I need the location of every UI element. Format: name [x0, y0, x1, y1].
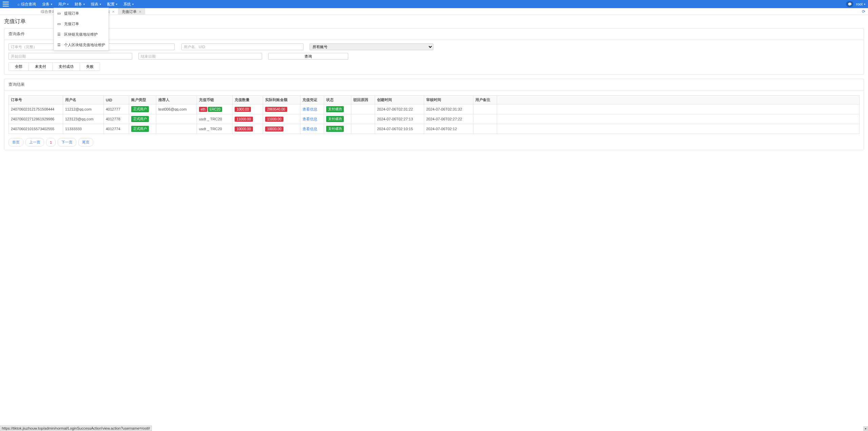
voucher-link[interactable]: 查看信息 [302, 127, 317, 131]
chain-erc-badge: ERC20 [208, 107, 222, 112]
cell-chain: ethERC20 [197, 104, 233, 114]
list-icon: ☰ [57, 32, 61, 37]
cell-actual: 2869540.00 [263, 104, 300, 114]
user-menu[interactable]: root ▾ [856, 2, 865, 6]
card-icon: ▭ [57, 11, 61, 16]
actual-badge: 11000.00 [265, 117, 283, 122]
col-uid: UID [104, 96, 129, 104]
page-prev[interactable]: 上一页 [25, 138, 44, 146]
col-reject: 驳回原因 [351, 96, 375, 104]
cell-reviewed: 2024-07-06T02:12 [424, 124, 473, 134]
col-order-no: 订单号 [9, 96, 63, 104]
nav-home-label: 综合查询 [21, 2, 36, 7]
results-panel: 查询结果 订单号 用户名 UID 账户类型 推荐人 充值币链 充值数量 实际到账… [4, 79, 864, 150]
cell-voucher: 查看信息 [300, 114, 324, 124]
cell-created: 2024-07-06T02:31:22 [375, 104, 424, 114]
cell-actions [497, 104, 860, 114]
table-row: 240706022712861929986 123123@qq.com 4012… [9, 114, 860, 124]
nav-business[interactable]: 业务 ▾ [39, 0, 55, 8]
cell-referrer: test006@qq.com [156, 104, 197, 114]
voucher-link[interactable]: 查看信息 [302, 117, 317, 121]
cell-referrer [156, 124, 197, 134]
search-panel: 查询条件 所有账号 查询 全部 未支付 支付成功 失败 [4, 28, 864, 75]
dropdown-withdraw-order[interactable]: ▭ 提现订单 [54, 8, 108, 19]
dropdown-personal-blockchain-address[interactable]: ☰ 个人区块链充值地址维护 [54, 40, 108, 50]
user-uid-input[interactable] [181, 43, 303, 50]
cell-username: 11212@qq.com [63, 104, 104, 114]
refresh-icon[interactable]: ⟳ [862, 9, 865, 14]
cell-amount: 11000.00 [233, 114, 263, 124]
chevron-down-icon: ▾ [864, 3, 865, 6]
cell-amount: 10000.00 [233, 124, 263, 134]
close-icon[interactable]: ✕ [112, 10, 115, 14]
cell-order-no: 240706023121751508444 [9, 104, 63, 114]
home-icon: ⌂ [18, 2, 20, 6]
filter-all[interactable]: 全部 [9, 63, 29, 71]
cell-reviewed: 2024-07-06T02:27:22 [424, 114, 473, 124]
amount-badge: 1000.00 [235, 107, 251, 112]
nav-config[interactable]: 配置 ▾ [104, 0, 120, 8]
search-panel-header: 查询条件 [4, 28, 864, 40]
cell-order-no: 240706022712861929986 [9, 114, 63, 124]
end-date-input[interactable] [138, 53, 262, 60]
cell-username: 11333333 [63, 124, 104, 134]
nav-system[interactable]: 系统 ▾ [121, 0, 136, 8]
cell-voucher: 查看信息 [300, 124, 324, 134]
col-voucher: 充值凭证 [300, 96, 324, 104]
chevron-down-icon: ▾ [83, 3, 85, 6]
col-username: 用户名 [63, 96, 104, 104]
table-row: 240706023121751508444 11212@qq.com 40127… [9, 104, 860, 114]
page-next[interactable]: 下一页 [58, 138, 76, 146]
chevron-down-icon: ▾ [132, 3, 134, 6]
top-nav-bar: ⌂ 综合查询 业务 ▾ 用户 ▾ 财务 ▾ 报表 ▾ 配置 ▾ 系统 ▾ 💬 [0, 0, 868, 8]
chevron-down-icon: ▾ [67, 3, 68, 6]
chevron-down-icon: ▾ [51, 3, 52, 6]
cell-actual: 11000.00 [263, 114, 300, 124]
col-actual: 实际到账金额 [263, 96, 300, 104]
cell-uid: 4012778 [104, 114, 129, 124]
nav-items: ⌂ 综合查询 业务 ▾ 用户 ▾ 财务 ▾ 报表 ▾ 配置 ▾ 系统 ▾ [15, 0, 136, 8]
filter-unpaid[interactable]: 未支付 [29, 63, 53, 71]
chevron-down-icon: ▾ [100, 3, 101, 6]
cell-referrer [156, 114, 197, 124]
menu-toggle-icon[interactable] [3, 2, 9, 6]
nav-user[interactable]: 用户 ▾ [56, 0, 71, 8]
cell-uid: 4012774 [104, 124, 129, 134]
chevron-down-icon: ▾ [116, 3, 117, 6]
voucher-link[interactable]: 查看信息 [302, 107, 317, 111]
page-current[interactable]: 1 [46, 138, 56, 146]
status-badge: 支付成功 [326, 116, 344, 122]
close-icon[interactable]: ✕ [139, 10, 141, 14]
page-first[interactable]: 首页 [8, 138, 23, 146]
amount-badge: 10000.00 [235, 126, 253, 132]
account-select[interactable]: 所有账号 [310, 43, 433, 50]
cell-chain: usdt _ TRC20 [197, 124, 233, 134]
cell-status: 支付成功 [324, 124, 351, 134]
tab-recharge-order[interactable]: 充值订单 ✕ [118, 8, 145, 15]
chat-icon[interactable]: 💬 [846, 1, 853, 7]
cell-remark [473, 124, 497, 134]
cell-actual: 10000.00 [263, 124, 300, 134]
nav-finance[interactable]: 财务 ▾ [72, 0, 87, 8]
filter-success[interactable]: 支付成功 [53, 63, 80, 71]
chain-eth-badge: eth [199, 107, 207, 112]
status-badge: 支付成功 [326, 106, 344, 112]
cell-voucher: 查看信息 [300, 104, 324, 114]
cell-uid: 4012777 [104, 104, 129, 114]
dropdown-blockchain-address[interactable]: ☰ 区块链充值地址维护 [54, 29, 108, 40]
nav-report[interactable]: 报表 ▾ [88, 0, 104, 8]
amount-badge: 11000.00 [235, 117, 253, 122]
filter-failed[interactable]: 失败 [80, 63, 100, 71]
cell-acct-type: 正式用户 [129, 104, 156, 114]
cell-actions [497, 124, 860, 134]
nav-home[interactable]: ⌂ 综合查询 [15, 0, 39, 8]
dropdown-recharge-order[interactable]: ▭ 充值订单 [54, 19, 108, 29]
acct-type-badge: 正式用户 [131, 126, 149, 132]
cell-amount: 1000.00 [233, 104, 263, 114]
start-date-input[interactable] [8, 53, 132, 60]
acct-type-badge: 正式用户 [131, 116, 149, 122]
query-button[interactable]: 查询 [268, 53, 348, 60]
cell-created: 2024-07-06T02:10:15 [375, 124, 424, 134]
user-name: root [856, 2, 863, 6]
page-last[interactable]: 尾页 [78, 138, 93, 146]
